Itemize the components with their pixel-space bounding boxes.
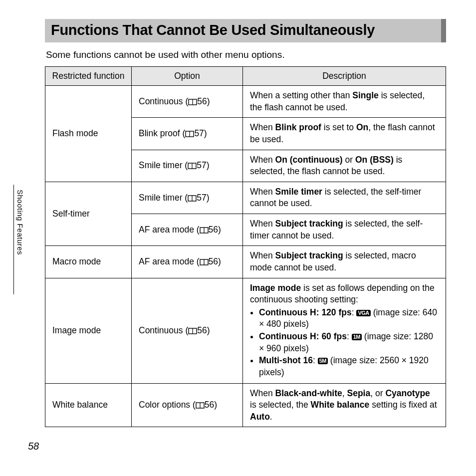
- side-tab: [0, 185, 14, 294]
- option-cell: Continuous (56): [132, 86, 243, 118]
- restricted-macro: Macro mode: [45, 246, 132, 278]
- description-cell: When a setting other than Single is sele…: [243, 86, 446, 118]
- table-row: White balance Color options (56) When Bl…: [45, 383, 446, 427]
- option-cell: Smile timer (57): [132, 182, 243, 214]
- page-ref-icon: [188, 195, 197, 202]
- intro-text: Some functions cannot be used with other…: [46, 49, 445, 60]
- description-cell: When On (continuous) or On (BSS) is sele…: [243, 150, 446, 182]
- option-cell: AF area mode (56): [132, 214, 243, 246]
- table-row: Flash mode Continuous (56) When a settin…: [45, 86, 446, 118]
- restricted-imagemode: Image mode: [45, 278, 132, 383]
- option-cell: Smile timer (57): [132, 150, 243, 182]
- section-side-label: Shooting Features: [16, 190, 24, 255]
- description-cell: When Subject tracking is selected, macro…: [243, 246, 446, 278]
- description-cell: When Black-and-white, Sepia, or Cyanotyp…: [243, 383, 446, 427]
- page-ref-icon: [188, 98, 197, 105]
- table-row: Macro mode AF area mode (56) When Subjec…: [45, 246, 446, 278]
- list-item: Multi-shot 16: 5M (image size: 2560 × 19…: [259, 355, 439, 378]
- option-cell: Continuous (56): [132, 278, 243, 383]
- list-item: Continuous H: 120 fps: VGA (image size: …: [259, 307, 439, 330]
- 1m-badge-icon: 1M: [352, 334, 362, 340]
- restrictions-table: Restricted function Option Description F…: [45, 66, 446, 427]
- page-title: Functions That Cannot Be Used Simultaneo…: [45, 19, 446, 42]
- vga-badge-icon: VGA: [356, 310, 370, 316]
- table-row: Image mode Continuous (56) Image mode is…: [45, 278, 446, 383]
- option-cell: Blink proof (57): [132, 118, 243, 150]
- page-ref-icon: [185, 130, 194, 137]
- option-cell: AF area mode (56): [132, 246, 243, 278]
- col-option: Option: [132, 67, 243, 86]
- imagemode-list: Continuous H: 120 fps: VGA (image size: …: [250, 307, 439, 379]
- list-item: Continuous H: 60 fps: 1M (image size: 12…: [259, 331, 439, 354]
- option-cell: Color options (56): [132, 383, 243, 427]
- page-ref-icon: [200, 258, 209, 265]
- description-cell: Image mode is set as follows depending o…: [243, 278, 446, 383]
- page-ref-icon: [196, 402, 205, 409]
- col-restricted: Restricted function: [45, 67, 132, 86]
- description-cell: When Smile timer is selected, the self-t…: [243, 182, 446, 214]
- page-number: 58: [28, 441, 39, 452]
- description-cell: When Blink proof is set to On, the flash…: [243, 118, 446, 150]
- table-row: Self-timer Smile timer (57) When Smile t…: [45, 182, 446, 214]
- 5m-badge-icon: 5M: [318, 358, 328, 364]
- page-ref-icon: [200, 227, 209, 234]
- restricted-selftimer: Self-timer: [45, 182, 132, 246]
- restricted-whitebalance: White balance: [45, 383, 132, 427]
- col-description: Description: [243, 67, 446, 86]
- restricted-flash: Flash mode: [45, 86, 132, 182]
- page-ref-icon: [188, 162, 197, 169]
- page-ref-icon: [188, 327, 197, 334]
- page-content: Functions That Cannot Be Used Simultaneo…: [0, 0, 476, 447]
- description-cell: When Subject tracking is selected, the s…: [243, 214, 446, 246]
